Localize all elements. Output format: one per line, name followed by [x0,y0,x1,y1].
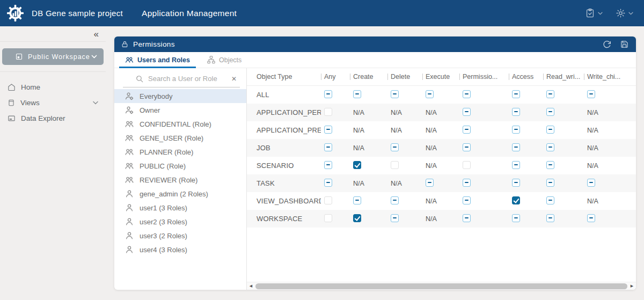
permission-checkbox-indeterminate[interactable] [587,90,595,98]
permission-checkbox-indeterminate[interactable] [512,90,520,98]
permission-checkbox-unchecked[interactable] [324,214,332,222]
column-header: Access [509,73,543,81]
permission-checkbox-indeterminate[interactable] [391,90,399,98]
tasks-menu-button[interactable] [585,8,603,18]
chevron-down-icon [598,12,603,15]
sidebar-item-data-explorer[interactable]: Data Explorer [0,111,106,126]
scroll-right-button[interactable]: ▶ [628,282,636,290]
principal-item[interactable]: Owner [114,103,246,117]
checkbox-cell [543,126,584,135]
permission-checkbox-indeterminate[interactable] [512,126,520,134]
principal-label: user1 (3 Roles) [140,204,187,212]
column-header: Object Type [247,73,321,81]
sidebar-item-views[interactable]: Views [0,95,106,111]
permission-checkbox-indeterminate[interactable] [463,179,471,187]
permission-checkbox-indeterminate[interactable] [463,214,471,222]
permission-checkbox-indeterminate[interactable] [546,126,554,134]
table-row: VIEW_DASHBOARD N/AN/A [247,192,636,210]
permission-checkbox-unchecked[interactable] [324,196,332,204]
na-cell: N/A [350,126,387,134]
permission-checkbox-indeterminate[interactable] [546,143,554,151]
principal-item[interactable]: GENE_USER (Role) [114,131,246,145]
permission-checkbox-indeterminate[interactable] [426,179,434,187]
checkbox-cell [321,161,350,171]
na-label: N/A [426,109,437,116]
table-row: JOB N/AN/AN/A [247,139,636,157]
object-type-label: SCENARIO [247,162,321,170]
permission-checkbox-indeterminate[interactable] [463,196,471,204]
permission-checkbox-indeterminate[interactable] [587,214,595,222]
principal-item[interactable]: gene_admin (2 Roles) [114,187,246,201]
permission-checkbox-indeterminate[interactable] [463,126,471,134]
scroll-left-button[interactable]: ◀ [247,282,255,290]
object-type-label: WORKSPACE [247,215,321,223]
principal-item[interactable]: user2 (3 Roles) [114,215,246,229]
refresh-button[interactable] [603,40,611,49]
permission-checkbox-indeterminate[interactable] [463,143,471,151]
permission-checkbox-indeterminate[interactable] [512,179,520,187]
permission-checkbox-indeterminate[interactable] [546,90,554,98]
principal-item[interactable]: PLANNER (Role) [114,145,246,159]
permission-checkbox-indeterminate[interactable] [353,196,361,204]
permission-checkbox-indeterminate[interactable] [546,196,554,204]
permission-checkbox-indeterminate[interactable] [546,214,554,222]
permission-checkbox-indeterminate[interactable] [324,143,332,151]
permission-checkbox-indeterminate[interactable] [324,179,332,187]
permission-checkbox-unchecked[interactable] [463,161,471,169]
permission-checkbox-indeterminate[interactable] [546,179,554,187]
permission-checkbox-indeterminate[interactable] [391,143,399,151]
chevron-down-icon [628,12,633,15]
clear-search-button[interactable]: ✕ [230,76,238,82]
role-group-icon [125,120,134,128]
permission-checkbox-indeterminate[interactable] [324,90,332,98]
object-type-label: VIEW_DASHBOARD [247,197,321,205]
permission-checkbox-indeterminate[interactable] [391,214,399,222]
permission-checkbox-checked[interactable] [353,214,361,222]
workspace-selector-button[interactable]: Public Workspace [2,48,104,65]
principal-item[interactable]: PUBLIC (Role) [114,159,246,173]
tab-users-and-roles[interactable]: Users and Roles [119,52,196,68]
principal-item[interactable]: REVIEWER (Role) [114,173,246,187]
search-input[interactable] [147,74,226,83]
principal-item[interactable]: user4 (3 Roles) [114,243,246,257]
principal-item[interactable]: user3 (2 Roles) [114,229,246,243]
na-label: N/A [426,215,437,223]
permission-checkbox-indeterminate[interactable] [324,126,332,134]
sidebar-item-label: Home [21,83,40,91]
user-icon [125,245,134,254]
settings-menu-button[interactable] [616,8,633,18]
principal-item[interactable]: Everybody [114,89,246,103]
checkbox-cell [509,126,543,135]
permission-checkbox-indeterminate[interactable] [546,108,554,116]
permission-checkbox-indeterminate[interactable] [546,161,554,169]
permission-checkbox-indeterminate[interactable] [512,108,520,116]
permission-checkbox-indeterminate[interactable] [512,143,520,151]
permission-checkbox-indeterminate[interactable] [587,179,595,187]
permission-checkbox-indeterminate[interactable] [463,108,471,116]
permission-checkbox-checked[interactable] [353,161,361,169]
permission-checkbox-indeterminate[interactable] [512,214,520,222]
sidebar-item-home[interactable]: Home [0,79,106,95]
horizontal-scrollbar: ◀ ▶ [247,282,636,290]
permission-checkbox-indeterminate[interactable] [353,90,361,98]
save-button[interactable] [620,40,628,48]
permissions-table-body: ALL APPLICATION_PERMISSION N/AN/AN/AN/A … [247,86,636,290]
permission-checkbox-checked[interactable] [512,196,520,204]
permission-checkbox-indeterminate[interactable] [324,161,332,169]
checkbox-cell [350,90,387,100]
na-label: N/A [587,197,598,205]
scrollbar-track[interactable] [255,282,628,290]
permission-checkbox-indeterminate[interactable] [463,90,471,98]
sidebar-collapse-button[interactable]: « [94,30,99,39]
tab-objects[interactable]: Objects [201,52,247,68]
principal-item[interactable]: user1 (3 Roles) [114,201,246,215]
principal-item[interactable]: CONFIDENTIAL (Role) [114,117,246,131]
permission-checkbox-unchecked[interactable] [391,161,399,169]
scrollbar-thumb[interactable] [255,283,627,289]
permission-checkbox-indeterminate[interactable] [391,196,399,204]
permission-checkbox-indeterminate[interactable] [512,161,520,169]
permission-checkbox-indeterminate[interactable] [426,90,434,98]
permission-checkbox-unchecked[interactable] [324,108,332,116]
checkbox-cell [321,126,350,135]
object-type-label: TASK [247,179,321,187]
